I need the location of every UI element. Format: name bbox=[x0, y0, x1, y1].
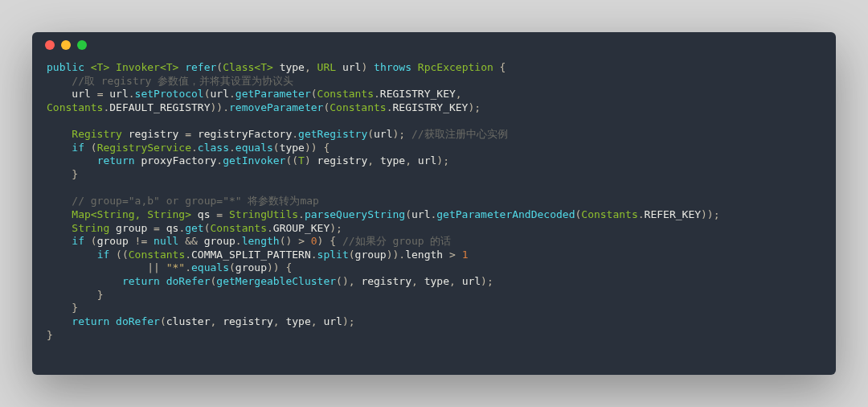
code-line: if ((Constants.COMMA_SPLIT_PATTERN.split… bbox=[97, 249, 469, 261]
code-line: String group = qs.get(Constants.GROUP_KE… bbox=[72, 222, 342, 234]
code-line: } bbox=[72, 302, 78, 314]
code-comment: // group="a,b" or group="*" 将参数转为map bbox=[72, 195, 319, 207]
code-window: public <T> Invoker<T> refer(Class<T> typ… bbox=[32, 32, 836, 375]
code-line: Map<String, String> qs = StringUtils.par… bbox=[72, 208, 719, 220]
code-block: public <T> Invoker<T> refer(Class<T> typ… bbox=[32, 58, 836, 375]
titlebar bbox=[32, 32, 836, 58]
code-line: public <T> Invoker<T> refer(Class<T> typ… bbox=[47, 61, 506, 73]
code-line: } bbox=[72, 168, 78, 180]
zoom-icon[interactable] bbox=[77, 40, 87, 50]
code-line: } bbox=[47, 329, 53, 341]
code-line: return proxyFactory.getInvoker((T) regis… bbox=[97, 154, 449, 166]
code-line: return doRefer(getMergeableCluster(), re… bbox=[122, 275, 493, 287]
code-line: return doRefer(cluster, registry, type, … bbox=[72, 315, 354, 327]
minimize-icon[interactable] bbox=[61, 40, 71, 50]
code-line: Constants.DEFAULT_REGISTRY)).removeParam… bbox=[47, 101, 481, 113]
code-line: } bbox=[97, 289, 104, 301]
code-line: || "*".equals(group)) { bbox=[147, 261, 292, 273]
code-line: Registry registry = registryFactory.getR… bbox=[72, 128, 507, 140]
code-line: if (RegistryService.class.equals(type)) … bbox=[72, 142, 330, 154]
code-line: url = url.setProtocol(url.getParameter(C… bbox=[72, 88, 461, 100]
code-comment: //取 registry 参数值，并将其设置为协议头 bbox=[72, 75, 293, 87]
close-icon[interactable] bbox=[45, 40, 55, 50]
code-line: if (group != null && group.length() > 0)… bbox=[72, 235, 451, 247]
